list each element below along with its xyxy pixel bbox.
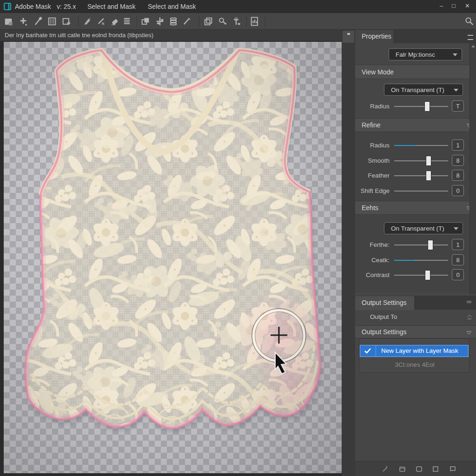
document-chart-tool-icon[interactable] [250, 16, 260, 26]
collapse-icon[interactable] [467, 331, 471, 335]
wand-icon[interactable] [381, 465, 390, 473]
slider-row: Ferthe: 1 [355, 239, 476, 251]
checkbox-checked[interactable] [360, 345, 376, 357]
output-options-list: New Layer with Layer Mask 3Ct:ones 4Eol [359, 338, 469, 373]
slider-track[interactable] [394, 160, 448, 161]
select-and-mask-window: Adobe Mask v: 25.x Select and Mask Selec… [0, 0, 476, 476]
panel-bottom-bar [355, 461, 476, 476]
radius-t-button[interactable]: T [452, 100, 464, 112]
radius-slider[interactable] [394, 106, 448, 107]
check-icon [364, 347, 371, 355]
panel-gutter [342, 30, 355, 476]
slider-row: Smooth 8 [355, 155, 476, 167]
slider-value[interactable]: 1 [452, 139, 464, 151]
gutter-tab[interactable] [343, 31, 354, 43]
slider-track[interactable] [394, 260, 448, 261]
new-selection-tool-icon[interactable] [3, 16, 13, 26]
section-output-settings-1[interactable]: Output Settings [355, 296, 476, 310]
slider-value[interactable]: 8 [452, 170, 464, 181]
title-bar: Adobe Mask v: 25.x Select and Mask Selec… [0, 0, 476, 13]
chevron-down-icon [454, 89, 458, 92]
tab-properties[interactable]: Properties [362, 33, 391, 40]
collapse-icon[interactable] [467, 301, 471, 304]
tools-toolbar: 40 [0, 13, 476, 30]
properties-panel: Properties Falr Mp:tionsc View Mode On T… [355, 30, 476, 476]
canvas-area[interactable] [4, 42, 342, 473]
app-logo-icon [4, 2, 12, 11]
slider-row: Radius 1 [355, 139, 476, 152]
slider-handle[interactable] [424, 101, 430, 112]
flag-tool-icon[interactable] [82, 16, 93, 26]
slider-track[interactable] [394, 275, 448, 276]
edits-body: On Transparent (T) Ferthe: 1 Ceatk: 8 Co… [355, 215, 476, 293]
slider-row: Contrast 0 [355, 269, 476, 281]
slider-row: Ceatk: 8 [355, 254, 476, 266]
rounded-square-icon[interactable] [415, 465, 423, 473]
hint-bar: Der Iny barihate tm uitt catle tne eolnd… [0, 30, 342, 41]
marquee-grid-tool-icon[interactable] [47, 16, 57, 26]
align-center-tool-icon[interactable] [155, 16, 165, 26]
slider-track[interactable] [394, 245, 448, 245]
panel-menu-icon[interactable] [468, 35, 473, 40]
section-output-settings-2[interactable]: Output Settings [355, 325, 476, 338]
slider-track[interactable] [394, 175, 448, 176]
slider-row: Feather 8 [355, 170, 476, 182]
section-refine[interactable]: Refine [355, 118, 476, 132]
expand-icon[interactable] [467, 315, 472, 320]
menu-select-and-mask-1[interactable]: Select and Mask [87, 3, 136, 10]
slider-row-radius-top: Radius T [355, 100, 476, 112]
output-suboption[interactable]: 3Ct:ones 4Eol [359, 361, 470, 368]
menu-select-and-mask-2[interactable]: Select and Mask [148, 3, 196, 10]
square-icon[interactable] [431, 465, 440, 473]
duplicate-window-icon[interactable] [448, 465, 456, 473]
search-icon[interactable] [464, 16, 475, 26]
maximize-button[interactable]: □ [452, 2, 456, 9]
eraser-tool-icon[interactable] [109, 16, 119, 26]
refine-body: Radius 1 Smooth 8 Feather 8 Shift Edge 0 [355, 132, 476, 201]
slash-x-tool-icon[interactable] [96, 16, 106, 26]
app-version: v: 25.x [57, 3, 76, 10]
slider-value[interactable]: 0 [452, 269, 464, 280]
slider-value[interactable]: 8 [452, 155, 464, 166]
type-tool-tool-icon[interactable]: 40 [231, 16, 241, 26]
minimize-button[interactable]: – [440, 2, 443, 9]
slider-handle[interactable] [425, 270, 430, 280]
preset-dropdown[interactable]: Falr Mp:tionsc [389, 48, 462, 60]
section-edits[interactable]: Eehts [355, 201, 476, 215]
stack-bars-tool-icon[interactable] [168, 16, 178, 26]
slider-value[interactable]: 1 [452, 239, 464, 250]
export-square-tool-icon[interactable] [61, 16, 72, 26]
close-button[interactable]: ✕ [465, 2, 470, 9]
pen-line-tool-icon[interactable] [182, 16, 192, 26]
chevron-down-icon [454, 227, 458, 230]
option-new-layer-with-layer-mask[interactable]: New Layer with Layer Mask [360, 345, 469, 357]
view-mode-dropdown[interactable]: On Transparent (T) [384, 84, 463, 96]
hint-text: Der Iny barihate tm uitt catle tne eolnd… [5, 32, 153, 39]
copy-layers-tool-icon[interactable] [140, 16, 151, 26]
edits-dropdown[interactable]: On Transparent (T) [384, 222, 463, 234]
svg-text:40: 40 [235, 16, 238, 20]
pen-tool-icon[interactable] [33, 16, 43, 26]
output-to-row[interactable]: Output To [355, 310, 476, 324]
layers-icon[interactable] [398, 465, 406, 473]
slider-row: Shift Edge 0 [355, 185, 476, 197]
slider-value[interactable]: 8 [452, 254, 464, 265]
slider-handle[interactable] [426, 171, 431, 181]
add-brush-tool-icon[interactable] [18, 16, 28, 26]
menu-lines-tool-icon[interactable] [122, 16, 132, 26]
slider-track[interactable] [394, 145, 448, 146]
panel-tab-bar: Properties [355, 30, 476, 43]
lace-top-image [4, 42, 342, 473]
chevron-down-icon [453, 53, 457, 56]
panel-scrollbar[interactable] [469, 43, 476, 294]
slider-track[interactable] [394, 191, 448, 192]
app-title: Adobe Mask [15, 3, 51, 10]
slider-value[interactable]: 0 [452, 185, 464, 196]
section-view-mode[interactable]: View Mode [355, 65, 476, 79]
duplicate-tool-icon[interactable] [203, 16, 213, 26]
slider-handle[interactable] [426, 156, 431, 166]
slider-handle[interactable] [428, 240, 433, 250]
link-tool-icon[interactable] [218, 16, 228, 26]
